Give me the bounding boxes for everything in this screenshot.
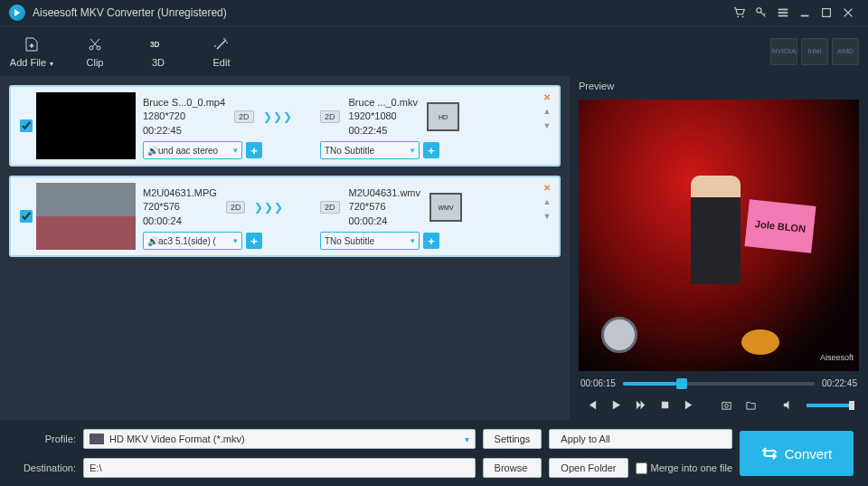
three-d-icon: 3D xyxy=(150,35,166,53)
browse-button[interactable]: Browse xyxy=(483,458,542,478)
intel-badge: Intel xyxy=(801,38,828,65)
volume-icon[interactable] xyxy=(782,399,794,411)
tag-2d: 2D xyxy=(320,110,340,123)
next-button[interactable] xyxy=(684,399,695,411)
nvidia-badge: NVIDIA xyxy=(770,38,797,65)
file-row[interactable]: M2U04631.MPG 720*576 00:00:24 2D ❯❯❯ 🔊 a… xyxy=(9,176,561,257)
audio-dropdown[interactable]: 🔊 und aac stereo▾ xyxy=(143,141,242,159)
add-file-button[interactable]: Add File▾ xyxy=(9,35,54,68)
format-icon: WMV xyxy=(429,193,462,222)
minimize-button[interactable] xyxy=(794,4,816,22)
window-title: Aiseesoft MKV Converter (Unregistered) xyxy=(33,6,729,19)
apply-all-button[interactable]: Apply to All xyxy=(549,429,732,449)
source-info: Bruce S...0_0.mp4 1280*720 00:22:45 xyxy=(143,96,225,138)
settings-button[interactable]: Settings xyxy=(483,429,542,449)
subtitle-dropdown[interactable]: T No Subtitle▾ xyxy=(320,232,420,250)
preview-header: Preview xyxy=(570,76,868,96)
add-audio-button[interactable]: + xyxy=(246,142,262,158)
add-subtitle-button[interactable]: + xyxy=(423,233,439,249)
maximize-button[interactable] xyxy=(816,4,837,22)
svg-rect-7 xyxy=(823,9,831,17)
clip-button[interactable]: Clip xyxy=(72,35,118,68)
profile-dropdown[interactable]: HD MKV Video Format (*.mkv)▾ xyxy=(83,429,476,449)
svg-rect-4 xyxy=(778,12,788,14)
film-icon xyxy=(90,434,104,444)
move-down-button[interactable]: ▼ xyxy=(541,119,553,132)
hw-accel-badges: NVIDIA Intel AMD xyxy=(770,38,859,65)
stop-button[interactable] xyxy=(659,399,671,411)
file-list: Bruce S...0_0.mp4 1280*720 00:22:45 2D ❯… xyxy=(0,76,570,420)
open-folder-button[interactable]: Open Folder xyxy=(549,458,627,478)
format-icon: HD xyxy=(427,102,459,131)
menu-icon[interactable] xyxy=(772,4,794,22)
add-file-icon xyxy=(24,35,40,53)
watermark: Aiseesoft xyxy=(820,353,854,362)
titlebar: Aiseesoft MKV Converter (Unregistered) xyxy=(0,0,868,25)
add-subtitle-button[interactable]: + xyxy=(423,142,439,158)
row-checkbox[interactable] xyxy=(20,210,33,223)
preview-panel: Preview Jole BLON Aiseesoft 00:06:15 00:… xyxy=(570,76,868,420)
amd-badge: AMD xyxy=(832,38,859,65)
toolbar: Add File▾ Clip 3D 3D Edit NVIDIA Intel A… xyxy=(0,25,868,76)
svg-rect-5 xyxy=(778,15,788,17)
subtitle-dropdown[interactable]: T No Subtitle▾ xyxy=(320,141,420,159)
play-button[interactable] xyxy=(610,399,622,411)
move-up-button[interactable]: ▲ xyxy=(541,105,553,118)
svg-rect-3 xyxy=(778,9,788,11)
audio-dropdown[interactable]: 🔊 ac3 5.1(side) (▾ xyxy=(143,232,242,250)
svg-rect-11 xyxy=(662,402,668,408)
close-button[interactable] xyxy=(837,4,859,22)
source-info: M2U04631.MPG 720*576 00:00:24 xyxy=(143,186,217,228)
thumbnail xyxy=(36,183,136,250)
scissors-icon xyxy=(87,35,103,53)
tag-2d: 2D xyxy=(226,201,246,214)
folder-button[interactable] xyxy=(745,399,757,411)
destination-input[interactable]: E:\ xyxy=(83,458,476,478)
cart-icon[interactable] xyxy=(729,4,750,22)
prev-button[interactable] xyxy=(586,399,598,411)
volume-slider[interactable] xyxy=(807,404,852,407)
svg-point-13 xyxy=(725,405,729,408)
svg-text:3D: 3D xyxy=(150,41,160,49)
file-row[interactable]: Bruce S...0_0.mp4 1280*720 00:22:45 2D ❯… xyxy=(9,85,561,167)
merge-checkbox[interactable]: Merge into one file xyxy=(636,462,733,474)
preview-video[interactable]: Jole BLON Aiseesoft xyxy=(579,100,859,371)
svg-rect-6 xyxy=(801,15,809,17)
thumbnail xyxy=(36,92,136,159)
fast-forward-button[interactable] xyxy=(635,399,646,411)
convert-button[interactable]: Convert xyxy=(740,431,854,476)
key-icon[interactable] xyxy=(750,4,772,22)
tag-2d: 2D xyxy=(320,201,340,214)
svg-point-0 xyxy=(737,16,739,18)
dest-info: Bruce ..._0.mkv 1920*1080 00:22:45 xyxy=(349,96,418,138)
wand-icon xyxy=(213,35,230,53)
row-checkbox[interactable] xyxy=(20,119,33,132)
destination-label: Destination: xyxy=(14,462,76,473)
snapshot-button[interactable] xyxy=(721,399,732,411)
time-total: 00:22:45 xyxy=(822,378,857,388)
add-audio-button[interactable]: + xyxy=(246,233,262,249)
remove-row-button[interactable]: ✕ xyxy=(541,91,553,103)
seek-bar[interactable] xyxy=(623,382,815,386)
profile-label: Profile: xyxy=(14,434,76,444)
time-current: 00:06:15 xyxy=(580,378,616,388)
tag-2d: 2D xyxy=(234,110,254,123)
app-logo-icon xyxy=(9,5,25,21)
remove-row-button[interactable]: ✕ xyxy=(541,181,553,194)
edit-button[interactable]: Edit xyxy=(199,35,244,68)
arrow-icon: ❯❯❯ xyxy=(263,110,293,123)
bottom-bar: Profile: HD MKV Video Format (*.mkv)▾ Se… xyxy=(0,420,868,486)
dest-info: M2U04631.wmv 720*576 00:00:24 xyxy=(349,186,420,228)
svg-rect-12 xyxy=(722,403,731,409)
chevron-down-icon: ▾ xyxy=(50,60,53,68)
three-d-button[interactable]: 3D 3D xyxy=(136,35,181,68)
svg-point-1 xyxy=(742,16,744,18)
move-down-button[interactable]: ▼ xyxy=(541,210,553,223)
move-up-button[interactable]: ▲ xyxy=(541,195,553,208)
arrow-icon: ❯❯❯ xyxy=(254,201,284,214)
